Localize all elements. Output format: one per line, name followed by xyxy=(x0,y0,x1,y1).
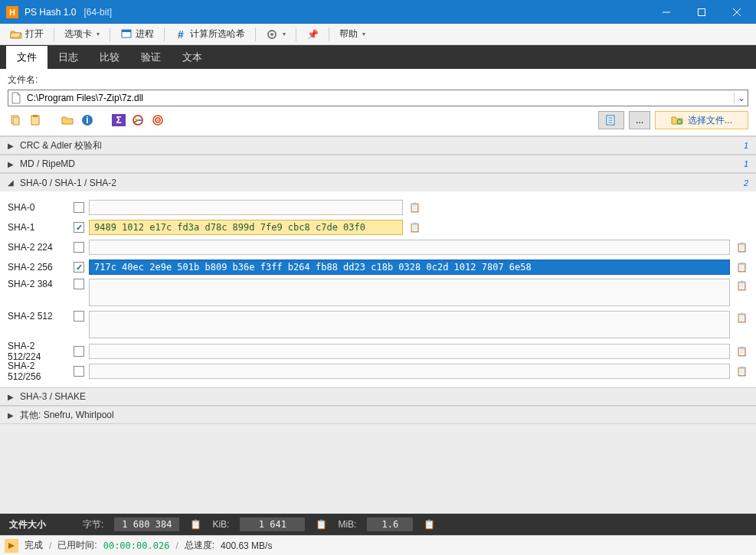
hash-value-sha0[interactable] xyxy=(89,200,403,215)
select-file-button[interactable]: 选择文件... xyxy=(655,111,748,129)
google-button[interactable] xyxy=(130,113,146,128)
kib-value: 1 641 xyxy=(240,517,305,531)
svg-point-7 xyxy=(270,33,273,36)
tab-verify[interactable]: 验证 xyxy=(130,46,172,69)
svg-rect-11 xyxy=(33,115,38,117)
open-button[interactable]: 打开 xyxy=(5,25,49,43)
hash-label-sha2-384: SHA-2 384 xyxy=(8,279,69,289)
copy-sha2-512-256-button[interactable]: 📋 xyxy=(735,364,748,378)
tab-file[interactable]: 文件 xyxy=(6,46,47,69)
open-label: 打开 xyxy=(25,28,44,41)
copy-sha0-button[interactable]: 📋 xyxy=(407,201,421,214)
section-sha-count: 2 xyxy=(744,178,748,188)
file-path-combo[interactable]: ⌄ xyxy=(8,90,748,106)
elapsed-label: 已用时间: xyxy=(57,539,97,552)
tab-compare[interactable]: 比较 xyxy=(89,46,130,69)
process-button[interactable]: 进程 xyxy=(115,25,159,43)
copy-bytes-button[interactable]: 📋 xyxy=(190,519,201,530)
chevron-down-icon: ▾ xyxy=(97,31,100,38)
copy-sha1-button[interactable]: 📋 xyxy=(407,220,421,234)
section-md-count: 1 xyxy=(744,159,748,168)
file-path-input[interactable] xyxy=(24,93,734,103)
svg-point-17 xyxy=(157,119,159,121)
section-other-header[interactable]: ▶ 其他: Snefru, Whirlpool xyxy=(0,406,756,424)
hash-label-sha2-256: SHA-2 256 xyxy=(8,262,69,273)
more-button[interactable]: ... xyxy=(629,111,650,129)
copy-path-button[interactable] xyxy=(8,113,23,128)
bytes-label: 字节: xyxy=(83,518,103,531)
settings-button[interactable]: ▾ xyxy=(260,26,291,43)
file-icon xyxy=(8,92,24,104)
process-icon xyxy=(120,28,133,41)
hash-value-sha2-512-256[interactable] xyxy=(89,364,730,379)
info-button[interactable]: i xyxy=(80,113,95,128)
section-sha3-title: SHA-3 / SHAKE xyxy=(20,391,748,402)
section-md-header[interactable]: ▶ MD / RipeMD 1 xyxy=(0,155,756,173)
combo-dropdown-button[interactable]: ⌄ xyxy=(734,93,748,103)
pin-button[interactable]: 📌 xyxy=(301,26,324,43)
hash-value-sha2-256[interactable]: 717c 40ec 2e9e 501b b809 b36e f3ff b264 … xyxy=(89,260,730,275)
hash-value-sha2-384[interactable] xyxy=(89,279,730,306)
window-title-suffix: [64-bit] xyxy=(83,7,112,18)
chevron-right-icon: ▶ xyxy=(8,393,15,401)
section-sha3-header[interactable]: ▶ SHA-3 / SHAKE xyxy=(0,387,756,406)
pin-icon: 📌 xyxy=(306,28,319,41)
copy-kib-button[interactable]: 📋 xyxy=(316,519,327,530)
tabs-button[interactable]: 选项卡▾ xyxy=(59,25,105,43)
window-title: PS Hash 1.0 xyxy=(25,7,76,18)
minimize-button[interactable] xyxy=(649,0,684,24)
hash-label-sha2-512-256: SHA-2 512/256 xyxy=(8,361,69,382)
hash-check-sha2-224[interactable] xyxy=(74,242,84,253)
help-button[interactable]: 帮助▾ xyxy=(334,25,371,43)
maximize-button[interactable] xyxy=(684,0,719,24)
status-done: 完成 xyxy=(25,539,43,552)
chevron-down-icon: ◢ xyxy=(8,178,15,187)
status-bar: 完成 / 已用时间: 00:00:00.026 / 总速度: 400.63 MB… xyxy=(0,535,756,555)
hash-label-sha1: SHA-1 xyxy=(8,222,69,233)
copy-sha2-384-button[interactable]: 📋 xyxy=(735,279,748,292)
svg-text:i: i xyxy=(86,115,88,126)
copy-sha2-256-button[interactable]: 📋 xyxy=(735,260,748,274)
mib-value: 1.6 xyxy=(367,517,413,531)
tab-log[interactable]: 日志 xyxy=(47,46,89,69)
hash-value-sha2-512-224[interactable] xyxy=(89,344,730,359)
compute-button[interactable]: # 计算所选哈希 xyxy=(169,25,250,43)
tabs-label: 选项卡 xyxy=(64,28,92,41)
process-label: 进程 xyxy=(136,28,154,41)
hash-value-sha2-224[interactable] xyxy=(89,240,730,255)
tab-text[interactable]: 文本 xyxy=(172,46,213,69)
chevron-right-icon: ▶ xyxy=(8,142,15,150)
chevron-down-icon: ▾ xyxy=(283,31,286,38)
hash-check-sha2-512-224[interactable] xyxy=(74,346,84,357)
compute-label: 计算所选哈希 xyxy=(190,28,245,41)
copy-sha2-512-button[interactable]: 📋 xyxy=(735,311,748,325)
copy-sha2-512-224-button[interactable]: 📋 xyxy=(735,344,748,358)
section-other-title: 其他: Snefru, Whirlpool xyxy=(20,409,748,422)
hash-check-sha1[interactable] xyxy=(74,222,84,233)
file-label: 文件名: xyxy=(8,73,748,87)
hash-check-sha2-512-256[interactable] xyxy=(74,366,84,377)
hash-check-sha0[interactable] xyxy=(74,202,84,213)
section-crc-count: 1 xyxy=(744,141,748,150)
bytes-value: 1 680 384 xyxy=(114,517,179,531)
edit-list-button[interactable] xyxy=(598,111,624,129)
browse-folder-button[interactable] xyxy=(60,113,75,128)
hash-value-sha1[interactable]: 9489 1012 e17c fd3a d78c 899d 7fe9 cbc8 … xyxy=(89,220,403,235)
hash-check-sha2-384[interactable] xyxy=(74,279,84,289)
hash-check-sha2-512[interactable] xyxy=(74,311,84,322)
sigma-button[interactable]: Σ xyxy=(112,114,126,126)
hash-icon: # xyxy=(175,28,187,41)
hash-label-sha2-224: SHA-2 224 xyxy=(8,242,69,253)
status-indicator-button[interactable] xyxy=(5,539,18,553)
hash-value-sha2-512[interactable] xyxy=(89,311,730,338)
svg-rect-1 xyxy=(699,8,705,15)
paste-path-button[interactable] xyxy=(28,113,43,128)
hash-check-sha2-256[interactable] xyxy=(74,262,84,273)
section-crc-header[interactable]: ▶ CRC & Adler 校验和 1 xyxy=(0,136,756,155)
copy-mib-button[interactable]: 📋 xyxy=(424,519,435,530)
close-button[interactable] xyxy=(719,0,754,24)
speed-value: 400.63 MB/s xyxy=(221,540,272,551)
section-sha-header[interactable]: ◢ SHA-0 / SHA-1 / SHA-2 2 xyxy=(0,173,756,191)
copy-sha2-224-button[interactable]: 📋 xyxy=(735,240,748,254)
target-button[interactable] xyxy=(150,113,165,128)
